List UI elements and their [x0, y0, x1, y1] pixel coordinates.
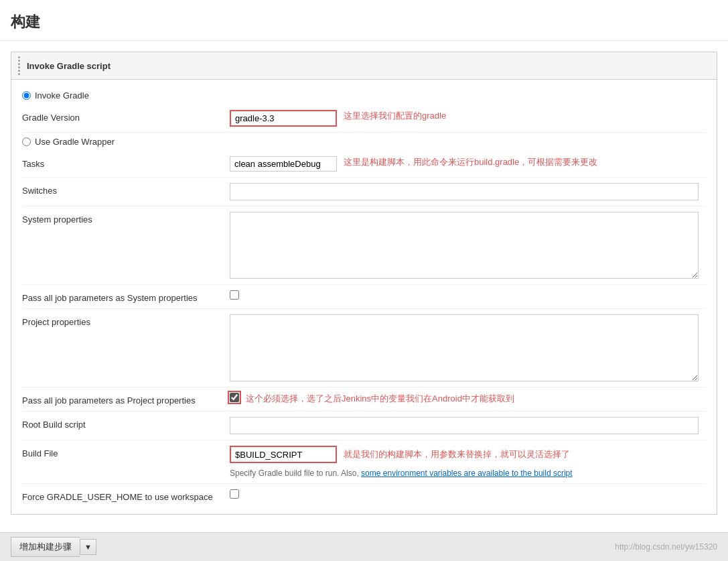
build-file-link[interactable]: some environment variables are available…: [361, 469, 573, 478]
section-title: Invoke Gradle script: [27, 61, 111, 71]
use-wrapper-radio-row: Use Gradle Wrapper: [22, 133, 706, 151]
build-file-input-row: 就是我们的构建脚本，用参数来替换掉，就可以灵活选择了: [230, 446, 570, 463]
project-props-control: [230, 314, 706, 381]
invoke-gradle-radio-row: Invoke Gradle: [22, 86, 706, 105]
build-file-info-row: Specify Gradle build file to run. Also, …: [230, 466, 573, 478]
page-wrapper: 构建 Invoke Gradle script Invoke Gradle Gr…: [0, 0, 728, 561]
add-btn-wrapper: 增加构建步骤 ▼: [11, 537, 96, 557]
pass-project-hint: 这个必须选择，选了之后Jenkins中的变量我们在Android中才能获取到: [246, 393, 514, 405]
gradle-version-row: Gradle Version 这里选择我们配置的gradle: [22, 105, 706, 133]
gradle-version-input[interactable]: [230, 110, 337, 127]
build-file-input[interactable]: [230, 446, 337, 463]
pass-system-checkbox[interactable]: [230, 290, 239, 300]
page-title: 构建: [0, 7, 728, 41]
drag-handle: [18, 56, 20, 75]
form-body: Invoke Gradle Gradle Version 这里选择我们配置的gr…: [11, 80, 717, 514]
root-build-input[interactable]: [230, 417, 699, 434]
build-file-label: Build File: [22, 446, 230, 458]
project-props-label: Project properties: [22, 314, 230, 327]
project-props-row: Project properties: [22, 309, 706, 387]
project-props-textarea[interactable]: [230, 314, 699, 381]
pass-system-control: [230, 290, 706, 300]
tasks-label: Tasks: [22, 156, 230, 169]
force-checkbox[interactable]: [230, 489, 239, 499]
invoke-gradle-radio[interactable]: [22, 91, 31, 100]
invoke-gradle-label: Invoke Gradle: [35, 90, 89, 101]
pass-project-row: Pass all job parameters as Project prope…: [22, 387, 706, 412]
pass-project-label: Pass all job parameters as Project prope…: [22, 393, 230, 406]
gradle-version-hint: 这里选择我们配置的gradle: [344, 110, 446, 122]
system-props-control: [230, 212, 706, 279]
section-header: Invoke Gradle script: [11, 52, 717, 80]
switches-label: Switches: [22, 183, 230, 196]
watermark: http://blog.csdn.net/yw15320: [615, 542, 717, 552]
root-build-label: Root Build script: [22, 417, 230, 430]
switches-input[interactable]: [230, 183, 699, 200]
build-file-control: 就是我们的构建脚本，用参数来替换掉，就可以灵活选择了 Specify Gradl…: [230, 446, 706, 478]
force-row: Force GRADLE_USER_HOME to use workspace: [22, 484, 706, 507]
build-file-info-text: Specify Gradle build file to run. Also,: [230, 469, 361, 478]
gradle-version-label: Gradle Version: [22, 110, 230, 123]
root-build-control: [230, 417, 706, 434]
pass-project-checkbox[interactable]: [230, 393, 239, 402]
system-props-textarea[interactable]: [230, 212, 699, 279]
switches-control: [230, 183, 706, 200]
tasks-row: Tasks 这里是构建脚本，用此命令来运行build.gradle，可根据需要来…: [22, 151, 706, 178]
use-wrapper-label: Use Gradle Wrapper: [35, 137, 115, 147]
pass-project-control: 这个必须选择，选了之后Jenkins中的变量我们在Android中才能获取到: [230, 393, 706, 405]
pass-system-row: Pass all job parameters as System proper…: [22, 285, 706, 309]
switches-row: Switches: [22, 178, 706, 206]
system-props-label: System properties: [22, 212, 230, 225]
tasks-input[interactable]: [230, 156, 337, 172]
bottom-bar: 增加构建步骤 ▼ http://blog.csdn.net/yw15320: [0, 532, 728, 561]
tasks-control: 这里是构建脚本，用此命令来运行build.gradle，可根据需要来更改: [230, 156, 706, 172]
pass-system-label: Pass all job parameters as System proper…: [22, 290, 230, 303]
gradle-version-control: 这里选择我们配置的gradle: [230, 110, 706, 127]
system-props-row: System properties: [22, 206, 706, 285]
tasks-hint: 这里是构建脚本，用此命令来运行build.gradle，可根据需要来更改: [344, 156, 597, 168]
use-wrapper-radio[interactable]: [22, 137, 31, 146]
build-file-row: Build File 就是我们的构建脚本，用参数来替换掉，就可以灵活选择了 Sp…: [22, 440, 706, 484]
force-label: Force GRADLE_USER_HOME to use workspace: [22, 489, 230, 502]
add-build-step-button[interactable]: 增加构建步骤: [11, 537, 80, 557]
force-control: [230, 489, 706, 499]
add-build-step-arrow[interactable]: ▼: [80, 539, 96, 555]
root-build-row: Root Build script: [22, 412, 706, 440]
invoke-gradle-section: Invoke Gradle script Invoke Gradle Gradl…: [11, 52, 717, 515]
build-file-hint: 就是我们的构建脚本，用参数来替换掉，就可以灵活选择了: [344, 448, 570, 460]
